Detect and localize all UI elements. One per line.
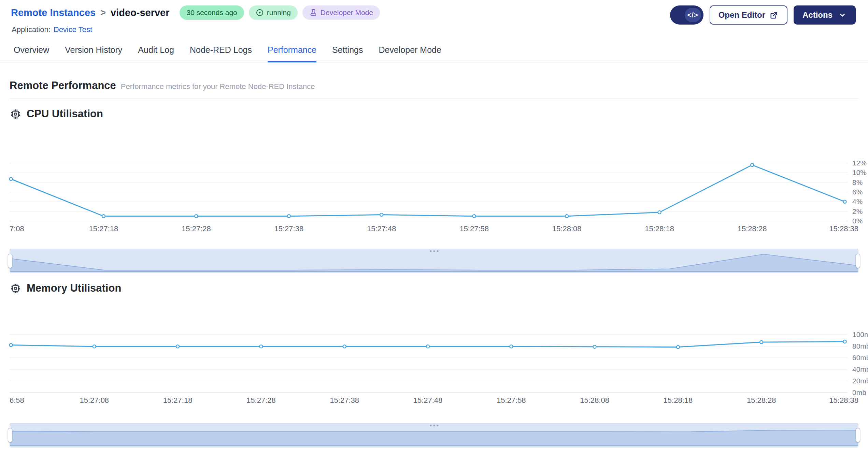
svg-text:8%: 8% — [852, 178, 863, 186]
svg-text:40mb: 40mb — [852, 365, 868, 373]
instance-header-left: Remote Instances > video-server 30 secon… — [11, 5, 380, 34]
cpu-section-title: CPU Utilisation — [27, 108, 103, 120]
play-circle-icon — [256, 9, 264, 17]
breadcrumb: Remote Instances > video-server 30 secon… — [11, 5, 380, 20]
svg-text:60mb: 60mb — [852, 354, 868, 362]
svg-text:15:27:48: 15:27:48 — [367, 224, 396, 233]
svg-text:15:27:38: 15:27:38 — [274, 224, 304, 233]
developer-mode-badge-label: Developer Mode — [321, 9, 373, 17]
page-title: Remote Performance — [10, 79, 116, 92]
svg-text:15:28:18: 15:28:18 — [664, 396, 693, 405]
external-link-icon — [769, 11, 779, 20]
cpu-zoom-slider[interactable] — [10, 249, 858, 273]
svg-text:6:58: 6:58 — [10, 396, 24, 405]
breadcrumb-remote-instances[interactable]: Remote Instances — [11, 7, 96, 18]
svg-text:7:08: 7:08 — [10, 224, 24, 233]
cpu-zoom-move-grip-icon[interactable] — [430, 250, 438, 252]
svg-text:15:27:08: 15:27:08 — [80, 396, 109, 405]
status-badge-label: running — [267, 9, 291, 17]
svg-text:15:28:28: 15:28:28 — [747, 396, 776, 405]
cpu-section: CPU Utilisation 12%10%8%6%4%2%0%7:0815:2… — [10, 108, 858, 273]
chevron-down-icon — [838, 11, 847, 19]
svg-text:15:28:18: 15:28:18 — [645, 224, 674, 233]
memory-section: Memory Utilisation 100mb80mb60mb40mb20mb… — [10, 282, 858, 447]
developer-mode-badge: Developer Mode — [302, 5, 380, 20]
svg-text:15:27:58: 15:27:58 — [459, 224, 489, 233]
actions-button[interactable]: Actions — [794, 5, 856, 25]
svg-text:15:27:18: 15:27:18 — [89, 224, 118, 233]
svg-text:15:28:08: 15:28:08 — [552, 224, 582, 233]
instance-tabs: Overview Version History Audit Log Node-… — [0, 35, 868, 62]
tab-developer-mode[interactable]: Developer Mode — [379, 45, 441, 62]
svg-text:12%: 12% — [852, 159, 867, 167]
svg-text:0mb: 0mb — [852, 388, 866, 396]
breadcrumb-separator-icon: > — [100, 8, 106, 18]
svg-text:10%: 10% — [852, 168, 867, 176]
cpu-zoom-handle-right[interactable] — [856, 254, 860, 268]
performance-panel: Remote Performance Performance metrics f… — [0, 79, 868, 447]
svg-text:80mb: 80mb — [852, 342, 868, 350]
svg-text:6%: 6% — [852, 188, 863, 196]
open-editor-button[interactable]: Open Editor — [710, 5, 787, 25]
tab-performance[interactable]: Performance — [268, 45, 316, 62]
cpu-utilisation-chart[interactable]: 12%10%8%6%4%2%0%7:0815:27:1815:27:2815:2… — [10, 160, 858, 234]
memory-zoom-handle-left[interactable] — [8, 428, 12, 442]
memory-zoom-preview — [10, 423, 858, 447]
last-updated-badge: 30 seconds ago — [180, 5, 244, 20]
page-subtitle: Performance metrics for your Remote Node… — [121, 82, 315, 91]
application-link[interactable]: Device Test — [54, 25, 92, 34]
tab-overview[interactable]: Overview — [14, 45, 49, 62]
svg-text:100mb: 100mb — [852, 331, 868, 338]
beaker-icon — [309, 9, 317, 17]
page-header: Remote Performance Performance metrics f… — [10, 79, 858, 99]
tab-audit-log[interactable]: Audit Log — [138, 45, 174, 62]
memory-zoom-slider[interactable] — [10, 423, 858, 447]
svg-text:15:28:28: 15:28:28 — [738, 224, 767, 233]
cpu-zoom-handle-left[interactable] — [8, 254, 12, 268]
app-root: Remote Instances > video-server 30 secon… — [0, 0, 868, 447]
application-label: Application: — [12, 25, 51, 34]
svg-text:2%: 2% — [852, 207, 863, 215]
cpu-chip-icon — [10, 108, 22, 120]
breadcrumb-instance-name: video-server — [111, 7, 170, 18]
cpu-zoom-preview — [10, 249, 858, 273]
memory-chip-icon — [10, 282, 22, 294]
svg-text:15:27:28: 15:27:28 — [182, 224, 211, 233]
application-row: Application: Device Test — [11, 25, 380, 34]
svg-text:15:28:08: 15:28:08 — [580, 396, 609, 405]
tab-version-history[interactable]: Version History — [65, 45, 122, 62]
instance-header: Remote Instances > video-server 30 secon… — [0, 0, 868, 34]
status-badge: running — [249, 5, 298, 20]
actions-button-label: Actions — [802, 10, 833, 20]
svg-text:20mb: 20mb — [852, 377, 868, 385]
cpu-section-heading: CPU Utilisation — [10, 108, 858, 120]
svg-text:15:27:18: 15:27:18 — [163, 396, 193, 405]
memory-section-heading: Memory Utilisation — [10, 282, 858, 294]
memory-zoom-move-grip-icon[interactable] — [430, 425, 438, 426]
svg-text:15:27:58: 15:27:58 — [497, 396, 526, 405]
memory-zoom-handle-right[interactable] — [856, 428, 860, 442]
instance-header-actions: </​> Open Editor Actions — [670, 5, 856, 25]
memory-section-title: Memory Utilisation — [27, 282, 121, 294]
svg-text:15:28:38: 15:28:38 — [829, 224, 858, 233]
svg-text:15:27:28: 15:27:28 — [246, 396, 276, 405]
code-icon: </​> — [685, 8, 701, 22]
svg-text:4%: 4% — [852, 197, 863, 205]
immersive-editor-toggle[interactable]: </​> — [670, 5, 703, 25]
svg-text:15:27:48: 15:27:48 — [413, 396, 443, 405]
svg-text:0%: 0% — [852, 217, 863, 225]
svg-text:15:28:38: 15:28:38 — [829, 396, 858, 405]
open-editor-label: Open Editor — [718, 10, 765, 20]
tab-node-red-logs[interactable]: Node-RED Logs — [190, 45, 252, 62]
tab-settings[interactable]: Settings — [332, 45, 363, 62]
memory-utilisation-chart[interactable]: 100mb80mb60mb40mb20mb0mb6:5815:27:0815:2… — [10, 332, 858, 405]
svg-text:15:27:38: 15:27:38 — [330, 396, 359, 405]
